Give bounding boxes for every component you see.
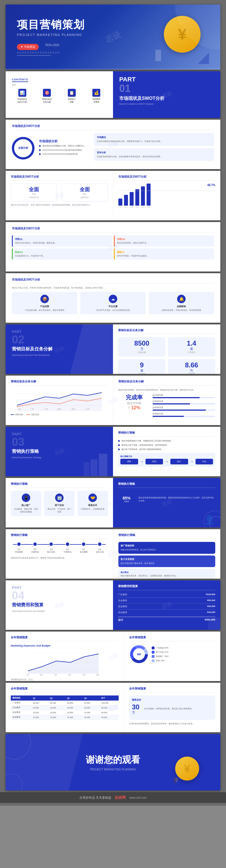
slide-header-wave-r: 营销目标及任务分解 [118, 379, 215, 385]
slide-part02-stats: 志设 PART 02 营销目标及任务分解 Marketing Goals And… [6, 324, 220, 374]
contents-grid: 📊 市场现状及SWOT分析 🎯 营销目标及任务分解 📋 营销执行策略 💰 营销费… [12, 89, 107, 103]
part04-title: 营销费用和预算 [12, 602, 107, 608]
timeline: 1月市场调研 2月方案策划 3月执行启动 4月中期评估 [11, 542, 108, 553]
bar-3 [130, 192, 134, 206]
list-dot-r3 [118, 448, 120, 450]
list-item-2: XXXXXXXXXXXXXXXXXX区域市场分析概述 [39, 149, 86, 152]
market-title: 市场现状分析 [39, 139, 86, 144]
contents-item-1: 📊 市场现状及SWOT分析 [12, 89, 33, 103]
svg-text:五月: 五月 [71, 408, 75, 410]
strategy-note: 执行要点 细化分解各项任务，落实责任人，定期跟踪进度，确保执行到位... [118, 569, 215, 579]
strategy-title-2: 线下活动 [47, 504, 72, 507]
stat-num-1: 8500 [121, 340, 163, 347]
svg-text:Q1: Q1 [27, 674, 29, 676]
slide-body-swot: 市场现状及SWOT分析 优势(S) 项目区位价值突出，地理位置优越，配套完善..… [6, 222, 220, 264]
flow-arr-1: → [140, 459, 144, 464]
info-card-text-2: 市场竞争格局较为分散，头部品牌集中度有待提升，差异化竞争机会明显... [97, 155, 211, 158]
slide-header-wave-l: 营销目标及任务分解 [11, 379, 108, 385]
strategy-icon-3: 🤝 [89, 494, 97, 502]
pie-chart: 预算 [129, 644, 149, 664]
cover-info-bar [17, 55, 209, 56]
budget-row-4: 其他费用 ¥40,000 [118, 611, 215, 615]
cover-date: RD%-2020 [45, 43, 59, 46]
stat-desc-1: 目标金额 [121, 351, 163, 354]
swot-w: 劣势(W) 项目知名度有限，品牌认知度不足... [114, 235, 214, 247]
swot-t-label: 威胁(T) [117, 251, 212, 254]
swot-t: 威胁(T) 竞争对手增加，市场竞争日益激烈... [114, 248, 214, 260]
blue-box-title-2: 客户关系管理 [121, 558, 213, 561]
strategy-icon-1: 📱 [22, 494, 30, 502]
icon-box-text-3: 品牌知名度高，市场口碑良好，竞争优势明显 [152, 309, 211, 312]
contents-label-2: 营销目标及任务分解 [37, 98, 58, 103]
icon-box-title-3: 品牌影响 [152, 305, 211, 308]
svg-text:六月: 六月 [86, 408, 90, 410]
contents-item-3: 📋 营销执行策略 [61, 89, 82, 103]
slide-header-l: 市场现状及SWOT分析 [11, 175, 108, 181]
footer-url: www.zs9.com [129, 796, 147, 799]
slide-header-p03: 营销执行策略 [118, 431, 215, 437]
part-tag: PART [119, 76, 214, 83]
timeline-dot-5 [82, 542, 86, 547]
contents-label-4: 营销费用和预算 [86, 98, 107, 103]
bar-group-6: Q6 [147, 184, 151, 208]
slide-body: 市场现状及SWOT分析 全面分析 市场现状分析 项目周边区域消费能力分析，客群主… [6, 120, 220, 168]
target-num-1: 85% [123, 496, 131, 500]
budget-area-chart: Q1 Q2 Q3 Q4 Q5 Q6 [11, 648, 119, 677]
blue-box-text-2: 建立完善的客户服务体系，提升满意度 [121, 562, 213, 565]
target-label-1: 完成率 [124, 500, 129, 503]
slide-header-tl-l: 营销执行策略 [11, 533, 108, 539]
stat-num-3: 9 [121, 362, 163, 369]
th-q3: Q3 [65, 695, 83, 701]
icon-box-icon-3: 🔔 [177, 295, 186, 303]
svg-text:三月: 三月 [44, 408, 48, 410]
list-text-r1: 制定详细营销执行方案，明确各阶段工作目标与考核指标... [122, 439, 172, 442]
cover-btn[interactable]: ▼ 中标图设 [17, 44, 39, 50]
blue-box-text-1: 构建全渠道营销体系，线上线下协同发力 [121, 549, 213, 552]
part-num: 01 [119, 83, 214, 94]
cover-info: XXXXXXXXXXXXXXXXX [17, 51, 209, 54]
slide-header-p02: 营销目标及任务分解 [118, 328, 215, 334]
stat-desc-4: 去化率 [171, 372, 213, 374]
slide-header-budget-r: 全年营销预算 [129, 636, 215, 642]
icon-box-3: 🔔 品牌影响 品牌知名度高，市场口碑良好，竞争优势明显 [149, 292, 214, 314]
timeline-label-5: 5月优化调整 [75, 548, 92, 553]
col-timeline-l: 志设 营销执行策略 1月市场调研 2月方案策划 3月执行启动 [6, 529, 113, 579]
slide-swot-icons: 志设 市场现状及SWOT分析 项目位于核心区域，享有得天独厚的地理优势。市场需求… [6, 273, 220, 323]
list-text-1: 项目周边区域消费能力分析，客群主力消费方向... [42, 145, 86, 147]
swot-s-label: 优势(S) [15, 238, 110, 241]
list-row-2: 整合线上线下资源，多渠道协同推进，提高营销效率... [118, 444, 215, 446]
table-row-1: 广告费用30,00035,00030,00025,000120,000 [11, 701, 119, 705]
col-budget-table: 志设 全年营销预算 费用类型 Q1 Q2 Q3 Q4 合计 广告费用30,000… [6, 683, 124, 732]
th-type: 费用类型 [11, 695, 31, 701]
stat-card-2: 1.4 套 月均去化 [168, 337, 215, 356]
metric-num-2: 全面 [64, 186, 105, 193]
slide-header-strategy-r: 营销执行策略 [118, 482, 215, 488]
flow-box-3: 执行 [170, 459, 188, 464]
cover-left: 项目营销策划 PROJECT MARKETING PLANNING ▼ 中标图设… [17, 19, 209, 56]
bar-2 [124, 195, 128, 206]
col-part03: 志设 PART 03 营销执行策略 Marketing Execution St… [6, 427, 113, 476]
progress-3: Q3目标完成 [153, 406, 215, 411]
slide-market-circle: 志设 市场现状及SWOT分析 全面分析 市场现状分析 项目周边区域消费能力分析，… [6, 120, 220, 169]
progress-4: Q4目标完成 [153, 412, 215, 417]
svg-text:一月: 一月 [17, 408, 21, 410]
blue-box-1: 推广渠道矩阵 构建全渠道营销体系，线上线下协同发力 [118, 542, 215, 554]
bar-group-4: Q4 [135, 189, 139, 208]
flow-box-4: 评估 [195, 459, 213, 464]
icon-boxes: 📦 产品优势 产品品质卓越，设计理念领先，满足市场需求 ☁ 平台支撑 强大的平台… [12, 292, 214, 314]
budget-row-2: 活动费用 ¥80,000 [118, 599, 215, 603]
strategy-icon-2: 🏢 [55, 494, 64, 502]
stat-unit-4: % [171, 369, 213, 372]
bar-label-1: Q1 [119, 206, 122, 208]
list-row-3: 建立客户管理体系，提升客户满意度和复购率... [118, 448, 215, 451]
slide-stats-chart: 志设 市场现状及SWOT分析 全面 开创 市场现状分析 全面 树立 品牌影响力 … [6, 171, 220, 220]
bar-1 [118, 198, 122, 206]
contents-sub: 目录 [12, 84, 107, 87]
col-table-summary: 全年营销预算 预算总结 30 万 全年总预算，按季度合理分配，重点投入核心营销渠… [124, 683, 220, 732]
footer: 分享好作品 天天拿收益 志设网 www.zs9.com [0, 792, 226, 803]
table-row-4: 其他费用10,00010,00010,00010,00040,000 [11, 715, 119, 720]
slide-header-tl-r: 营销执行策略 [118, 533, 215, 539]
contents-icon-4: 💰 [92, 89, 100, 97]
col-part03-content: 营销执行策略 制定详细营销执行方案，明确各阶段工作目标与考核指标... 整合线上… [113, 427, 220, 476]
strategy-boxes: 📱 线上推广 社交媒体、搜索引擎、内容营销全面覆盖 🏢 线下活动 展会活动、产品… [11, 491, 108, 516]
